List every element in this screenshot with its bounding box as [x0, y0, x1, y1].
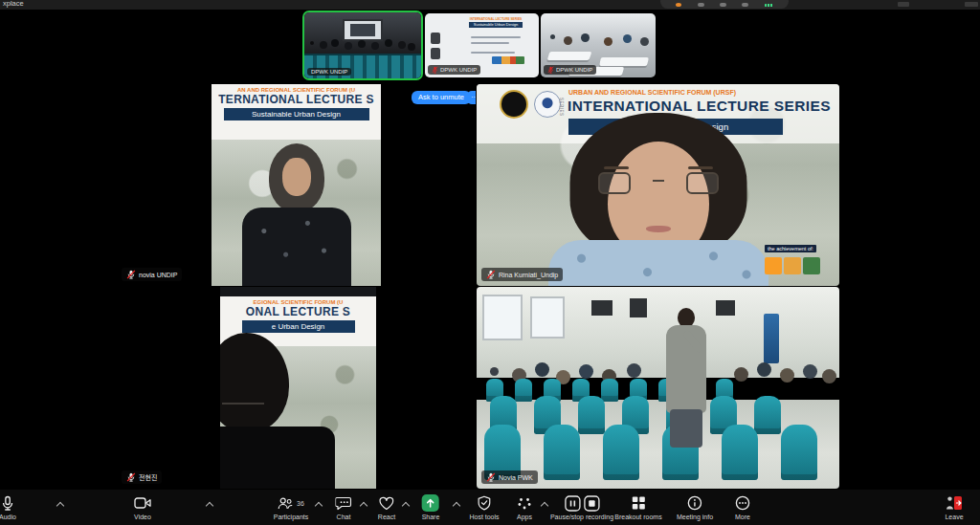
meeting-toolbar: Audio Video 36 Par: [0, 490, 980, 525]
info-icon: [687, 495, 702, 511]
participant-name-pill: novia UNDIP: [122, 268, 182, 281]
patterned-dress: [242, 208, 351, 286]
poster-text-line: [471, 52, 515, 54]
speaker-photo: [431, 48, 440, 59]
react-label: React: [378, 514, 395, 520]
chat-caret[interactable]: [360, 502, 368, 510]
chair: [544, 425, 580, 480]
participant-name-pill: Rina Kurniati_Undip: [481, 268, 563, 281]
participants-count-badge: 36: [297, 500, 304, 507]
audio-button[interactable]: Audio: [0, 494, 16, 520]
poster-mini-header: INTERNATIONAL LECTURE SERIES Sustainable…: [456, 16, 536, 28]
apps-button[interactable]: Apps: [517, 494, 532, 520]
apps-icon: [517, 495, 532, 511]
share-caret[interactable]: [453, 502, 460, 510]
poster-title-line: TERNATIONAL LECTURE S: [212, 93, 381, 106]
glasses: [222, 400, 264, 405]
participant-name: Rina Kurniati_Undip: [499, 272, 558, 278]
speaker-shoulder: [220, 427, 335, 489]
filmstrip-thumbnail-dpwk-undip-1[interactable]: DPWK UNDIP: [304, 12, 421, 78]
more-label: More: [735, 514, 750, 520]
video-label: Video: [134, 514, 151, 520]
ask-to-unmute-button[interactable]: Ask to unmute: [412, 91, 471, 104]
undip-logo: [500, 90, 528, 119]
mic-off-icon: [486, 270, 496, 279]
pen-icon: [698, 3, 704, 7]
app-title: xplace: [3, 0, 24, 8]
participants-label: Participants: [274, 514, 309, 520]
poster-forum-line: URBAN AND REGIONAL SCIENTIFIC FORUM (URS…: [568, 89, 736, 96]
portrait-video-content: EGIONAL SCIENTIFIC FORUM (U ONAL LECTURE…: [220, 287, 376, 489]
video-tile-novia-undip[interactable]: AN AND REGIONAL SCIENTIFIC FORUM (U TERN…: [117, 84, 476, 286]
chair: [603, 425, 639, 480]
participant-name: 전현진: [139, 472, 157, 482]
record-status-icon: [676, 3, 681, 7]
poster-mini-title: INTERNATIONAL LECTURE SERIES: [463, 17, 527, 21]
sdg-icons: [765, 257, 828, 274]
mic-icon: [0, 495, 15, 512]
filmstrip-thumbnail-dpwk-undip-2[interactable]: INTERNATIONAL LECTURE SERIES Sustainable…: [425, 13, 539, 77]
legs: [670, 409, 702, 448]
leave-button[interactable]: Leave: [945, 494, 963, 520]
participant-name-pill: DPWK UNDIP: [544, 65, 596, 75]
standing-speaker-with-mic: [660, 308, 712, 453]
face: [282, 158, 311, 196]
floral-blouse: [548, 240, 768, 286]
pause-stop-recording-button[interactable]: Pause/stop recording: [550, 494, 613, 520]
host-tools-button[interactable]: Host tools: [469, 494, 499, 520]
sponsor-logos: [492, 56, 524, 64]
mouth: [646, 226, 671, 232]
projector-screen: [343, 19, 383, 41]
signal-icon: [765, 4, 773, 7]
poster-title-line: ONAL LECTURE S: [220, 305, 376, 318]
wall-frame: [591, 300, 612, 316]
video-tile-novia-pwk[interactable]: Novia PWK: [477, 287, 839, 489]
video-camera-icon: [134, 496, 151, 510]
mic-off-icon: [126, 270, 136, 279]
participants-caret[interactable]: [315, 502, 323, 510]
eyebrow: [604, 166, 629, 169]
video-button[interactable]: Video: [134, 494, 151, 520]
participant-name-pill: DPWK UNDIP: [428, 65, 480, 75]
participant-name: DPWK UNDIP: [440, 67, 477, 73]
video-tile-jeon-hyunjin[interactable]: EGIONAL SCIENTIFIC FORUM (U ONAL LECTURE…: [117, 287, 476, 489]
seated-audience: [490, 367, 499, 376]
speaker-portrait: [548, 113, 768, 286]
portrait-video-content: AN AND REGIONAL SCIENTIFIC FORUM (U TERN…: [212, 84, 381, 286]
poster-subtitle-bar: Sustainable Urban Design: [224, 108, 369, 120]
audience-silhouettes: [550, 34, 555, 39]
audio-caret[interactable]: [56, 502, 64, 510]
participant-name-pill: DPWK UNDIP: [307, 68, 351, 76]
participant-name: Novia PWK: [499, 474, 533, 481]
participant-name: DPWK UNDIP: [556, 67, 592, 73]
video-caret[interactable]: [206, 502, 213, 510]
video-tile-rina-kurniati[interactable]: SERIES URBAN AND REGIONAL SCIENTIFIC FOR…: [477, 84, 839, 286]
breakout-rooms-button[interactable]: Breakout rooms: [614, 494, 661, 520]
zoom-meeting-window: xplace DPWK UNDIP INTERNATIONAL LECTUR: [0, 0, 980, 525]
tile-more-options-button[interactable]: ⋯: [468, 91, 476, 104]
participants-button[interactable]: 36 Participants: [274, 494, 309, 520]
react-caret[interactable]: [402, 502, 410, 510]
pause-icon: [565, 495, 581, 512]
filmstrip-thumbnail-dpwk-undip-3[interactable]: DPWK UNDIP: [541, 13, 656, 77]
mic-off-icon: [432, 66, 438, 74]
chat-button[interactable]: Chat: [336, 494, 352, 520]
more-button[interactable]: More: [735, 494, 750, 520]
poster-text-line: [471, 42, 509, 44]
share-button[interactable]: Share: [422, 494, 440, 520]
table: [599, 57, 649, 66]
poster-header: AN AND REGIONAL SCIENTIFIC FORUM (U TERN…: [212, 84, 381, 140]
standing-banner: [764, 314, 779, 363]
head: [678, 308, 695, 327]
floating-annotation-toolbar[interactable]: [660, 0, 789, 9]
recording-label: Pause/stop recording: [550, 514, 613, 520]
table: [547, 52, 592, 60]
participant-name: novia UNDIP: [139, 272, 177, 278]
poster-text-line: [471, 36, 521, 38]
breakout-rooms-label: Breakout rooms: [614, 514, 661, 520]
meeting-info-button[interactable]: Meeting info: [677, 494, 713, 520]
chair: [722, 425, 758, 480]
react-button[interactable]: React: [378, 494, 395, 520]
glasses-lens: [598, 172, 631, 194]
apps-caret[interactable]: [541, 502, 548, 510]
